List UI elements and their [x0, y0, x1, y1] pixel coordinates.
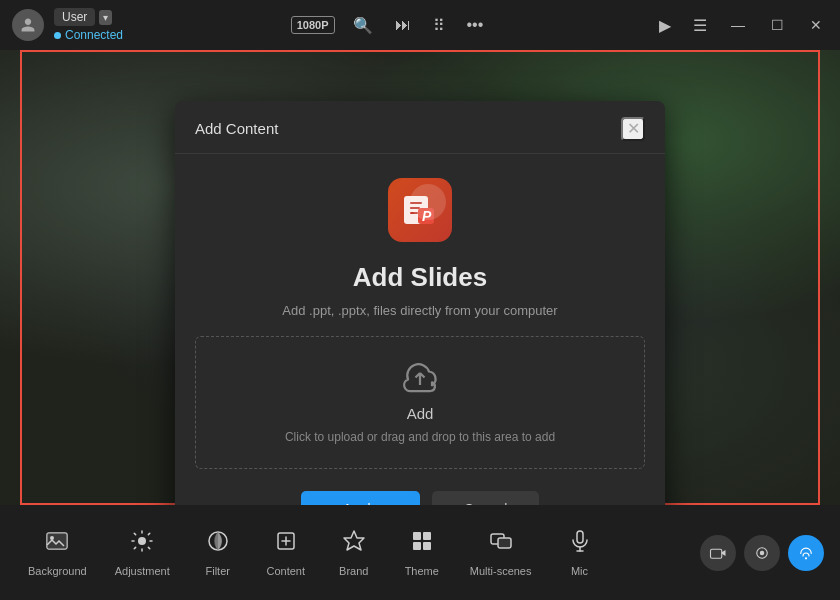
add-slides-subtitle: Add .ppt, .pptx, files directly from you… — [282, 303, 557, 318]
dropdown-arrow-icon[interactable]: ▾ — [99, 10, 112, 25]
svg-point-25 — [760, 550, 765, 555]
svg-rect-19 — [498, 538, 511, 548]
filter-label: Filter — [206, 565, 230, 577]
sidebar-item-background[interactable]: Background — [16, 521, 99, 585]
sidebar-item-brand[interactable]: Brand — [322, 521, 386, 585]
zoom-in-icon[interactable]: 🔍 — [349, 12, 377, 39]
user-name-pill[interactable]: User ▾ — [54, 8, 123, 26]
minimize-button[interactable]: — — [725, 13, 751, 37]
connection-status: Connected — [54, 28, 123, 42]
upload-add-label: Add — [407, 405, 434, 422]
sidebar-item-multi-scenes[interactable]: Multi-scenes — [458, 521, 544, 585]
user-name: User — [54, 8, 95, 26]
add-content-dialog: Add Content ✕ P Add Slides — [175, 101, 665, 506]
title-bar-right: ▶ ☰ — ☐ ✕ — [655, 12, 828, 39]
brand-icon — [342, 529, 366, 559]
mic-icon — [568, 529, 592, 559]
multi-scenes-label: Multi-scenes — [470, 565, 532, 577]
background-label: Background — [28, 565, 87, 577]
broadcast-button[interactable] — [788, 535, 824, 571]
mic-label: Mic — [571, 565, 588, 577]
more-icon[interactable]: ••• — [463, 12, 488, 38]
theme-icon — [410, 529, 434, 559]
title-bar-center: 1080P 🔍 ⏭ ⠿ ••• — [291, 12, 488, 39]
camera-button[interactable] — [700, 535, 736, 571]
sidebar-item-adjustment[interactable]: Adjustment — [103, 521, 182, 585]
dialog-body: P Add Slides Add .ppt, .pptx, files dire… — [175, 154, 665, 506]
connected-label: Connected — [65, 28, 123, 42]
toolbar-right — [700, 535, 824, 571]
record-button[interactable] — [744, 535, 780, 571]
upload-hint: Click to upload or drag and drop to this… — [285, 430, 555, 444]
play-icon[interactable]: ▶ — [655, 12, 675, 39]
svg-rect-14 — [413, 532, 421, 540]
sidebar-item-mic[interactable]: Mic — [548, 521, 612, 585]
svg-rect-15 — [423, 532, 431, 540]
sidebar-item-content[interactable]: Content — [254, 521, 318, 585]
svg-point-26 — [805, 557, 807, 559]
svg-rect-16 — [413, 542, 421, 550]
bottom-toolbar: Background Adjustment Filter Content Bra — [0, 505, 840, 600]
title-bar-left: User ▾ Connected — [12, 8, 123, 42]
dialog-header: Add Content ✕ — [175, 101, 665, 154]
upload-cloud-icon — [402, 361, 438, 397]
user-info: User ▾ Connected — [54, 8, 123, 42]
skip-icon[interactable]: ⏭ — [391, 12, 415, 38]
add-slides-title: Add Slides — [353, 262, 487, 293]
adjustment-label: Adjustment — [115, 565, 170, 577]
sidebar-item-filter[interactable]: Filter — [186, 521, 250, 585]
svg-point-11 — [215, 532, 221, 550]
dialog-overlay: Add Content ✕ P Add Slides — [0, 100, 840, 505]
video-area: Add Content ✕ P Add Slides — [0, 50, 840, 505]
avatar — [12, 9, 44, 41]
toolbar-items: Background Adjustment Filter Content Bra — [16, 521, 612, 585]
multi-scenes-icon — [489, 529, 513, 559]
svg-rect-17 — [423, 542, 431, 550]
content-icon — [274, 529, 298, 559]
adjustment-icon — [130, 529, 154, 559]
background-icon — [45, 529, 69, 559]
resolution-badge[interactable]: 1080P — [291, 16, 335, 34]
maximize-button[interactable]: ☐ — [765, 13, 790, 37]
ppt-icon-decoration — [410, 184, 446, 220]
svg-rect-23 — [711, 549, 722, 558]
upload-area[interactable]: Add Click to upload or drag and drop to … — [195, 336, 645, 469]
menu-icon[interactable]: ☰ — [689, 12, 711, 39]
theme-label: Theme — [405, 565, 439, 577]
dialog-actions: Apply Cancel — [195, 491, 645, 506]
connection-dot — [54, 32, 61, 39]
dialog-close-button[interactable]: ✕ — [621, 117, 645, 141]
svg-point-9 — [138, 537, 146, 545]
brand-label: Brand — [339, 565, 368, 577]
powerpoint-icon: P — [388, 178, 452, 242]
title-bar: User ▾ Connected 1080P 🔍 ⏭ ⠿ ••• ▶ ☰ — ☐… — [0, 0, 840, 50]
sidebar-item-theme[interactable]: Theme — [390, 521, 454, 585]
filter-icon — [206, 529, 230, 559]
dialog-title: Add Content — [195, 120, 278, 137]
svg-rect-20 — [577, 531, 583, 543]
close-button[interactable]: ✕ — [804, 13, 828, 37]
svg-marker-13 — [344, 531, 364, 550]
content-label: Content — [266, 565, 305, 577]
apply-button[interactable]: Apply — [301, 491, 420, 506]
cancel-button[interactable]: Cancel — [432, 491, 540, 506]
grid-icon[interactable]: ⠿ — [429, 12, 449, 39]
